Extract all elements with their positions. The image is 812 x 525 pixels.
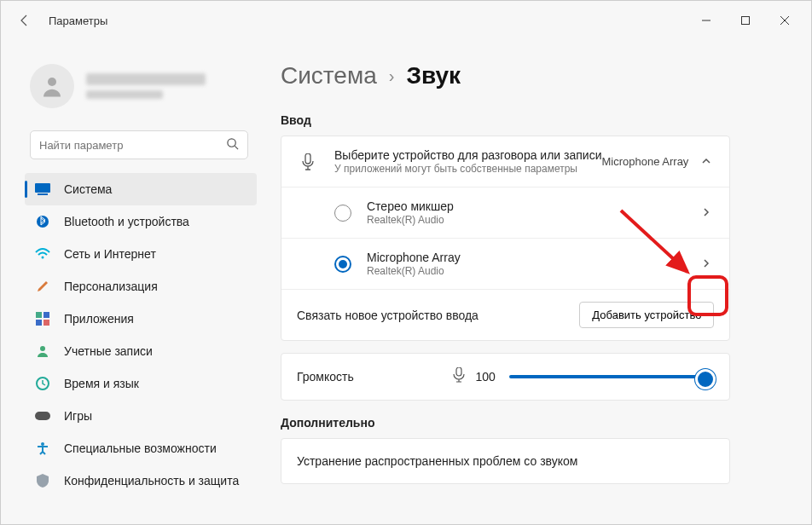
svg-rect-20	[456, 367, 461, 376]
user-account-block[interactable]	[1, 40, 264, 125]
search-input-wrapper[interactable]	[30, 130, 248, 159]
main-content: Система › Звук Ввод Выберите устройство …	[264, 40, 747, 496]
nav-label: Время и язык	[64, 377, 139, 390]
section-input-title: Ввод	[281, 113, 730, 127]
volume-row: Громкость 100	[281, 354, 729, 400]
choose-input-row[interactable]: Выберите устройство для разговора или за…	[281, 136, 729, 188]
troubleshoot-card[interactable]: Устранение распространенных проблем со з…	[281, 438, 730, 484]
nav-label: Система	[64, 182, 112, 196]
system-icon	[35, 182, 50, 197]
svg-rect-7	[35, 183, 50, 193]
svg-point-4	[48, 78, 56, 86]
svg-rect-11	[36, 312, 42, 318]
nav-personalization[interactable]: Персонализация	[1, 270, 264, 303]
microphone-icon[interactable]	[453, 367, 465, 386]
svg-rect-1	[742, 17, 750, 25]
apps-icon	[35, 311, 50, 326]
nav-label: Сеть и Интернет	[64, 247, 156, 261]
bluetooth-icon	[35, 214, 50, 229]
brush-icon	[35, 279, 50, 294]
wifi-icon	[35, 246, 50, 262]
accounts-icon	[35, 343, 50, 359]
input-volume-card: Громкость 100	[281, 353, 730, 401]
back-button[interactable]	[16, 12, 33, 29]
input-device-card: Выберите устройство для разговора или за…	[281, 136, 730, 341]
minimize-button[interactable]	[687, 7, 726, 34]
svg-point-18	[41, 442, 44, 446]
svg-point-5	[228, 138, 235, 146]
nav-label: Персонализация	[64, 280, 158, 293]
avatar	[30, 64, 74, 108]
user-email	[86, 90, 163, 99]
pair-new-device-row: Связать новое устройство ввода Добавить …	[281, 290, 729, 340]
section-advanced-title: Дополнительно	[281, 416, 730, 430]
radio-unselected[interactable]	[334, 205, 351, 222]
user-name	[86, 73, 206, 85]
nav-label: Игры	[64, 409, 92, 423]
nav-label: Конфиденциальность и защита	[64, 474, 239, 488]
volume-slider[interactable]	[509, 375, 714, 378]
search-icon	[226, 137, 239, 153]
device-name: Microphone Array	[367, 251, 461, 264]
choose-input-sub: У приложений могут быть собственные пара…	[334, 163, 601, 175]
svg-rect-17	[35, 412, 50, 420]
chevron-right-icon[interactable]	[699, 206, 714, 220]
nav-system[interactable]: Система	[25, 173, 257, 205]
nav-bluetooth[interactable]: Bluetooth и устройства	[1, 205, 264, 238]
clock-icon	[35, 376, 50, 391]
device-vendor: Realtek(R) Audio	[367, 214, 454, 226]
device-vendor: Realtek(R) Audio	[367, 265, 461, 277]
close-button[interactable]	[765, 7, 804, 34]
selected-input-label: Microphone Array	[601, 155, 688, 168]
svg-rect-13	[36, 320, 42, 326]
gaming-icon	[35, 408, 50, 424]
breadcrumb-current: Звук	[406, 62, 461, 89]
microphone-icon	[297, 153, 319, 170]
nav-label: Приложения	[64, 312, 134, 326]
search-input[interactable]	[39, 139, 226, 152]
sidebar: Система Bluetooth и устройства Сеть и Ин…	[1, 40, 264, 524]
pair-label: Связать новое устройство ввода	[297, 309, 478, 322]
nav-network[interactable]: Сеть и Интернет	[1, 238, 264, 270]
nav-list: Система Bluetooth и устройства Сеть и Ин…	[1, 173, 264, 524]
window-title: Параметры	[49, 14, 107, 27]
nav-label: Bluetooth и устройства	[64, 215, 189, 228]
nav-label: Специальные возможности	[64, 441, 217, 455]
svg-point-15	[40, 346, 45, 351]
radio-selected[interactable]	[334, 256, 351, 273]
chevron-up-icon[interactable]	[699, 155, 714, 169]
choose-input-title: Выберите устройство для разговора или за…	[334, 148, 601, 162]
svg-rect-14	[44, 320, 49, 326]
device-name: Стерео микшер	[367, 199, 454, 213]
svg-point-10	[42, 257, 44, 259]
input-device-stereo-mixer[interactable]: Стерео микшер Realtek(R) Audio	[281, 188, 729, 239]
nav-privacy[interactable]: Конфиденциальность и защита	[1, 464, 264, 497]
shield-icon	[35, 473, 50, 488]
nav-gaming[interactable]: Игры	[1, 400, 264, 432]
svg-rect-12	[44, 312, 49, 318]
add-device-button[interactable]: Добавить устройство	[579, 302, 714, 328]
nav-accessibility[interactable]: Специальные возможности	[1, 432, 264, 464]
nav-accounts[interactable]: Учетные записи	[1, 335, 264, 367]
chevron-right-icon[interactable]	[699, 257, 714, 271]
nav-apps[interactable]: Приложения	[1, 303, 264, 335]
troubleshoot-label: Устранение распространенных проблем со з…	[281, 439, 729, 483]
accessibility-icon	[35, 441, 50, 456]
chevron-right-icon: ›	[389, 66, 395, 86]
maximize-button[interactable]	[726, 7, 765, 34]
volume-label: Громкость	[297, 370, 354, 384]
breadcrumb-parent[interactable]: Система	[281, 62, 377, 89]
nav-time-language[interactable]: Время и язык	[1, 367, 264, 400]
svg-rect-19	[305, 153, 310, 164]
input-device-microphone-array[interactable]: Microphone Array Realtek(R) Audio	[281, 239, 729, 290]
breadcrumb: Система › Звук	[281, 62, 730, 89]
volume-value: 100	[475, 370, 499, 384]
svg-line-6	[235, 146, 238, 149]
svg-rect-8	[38, 193, 48, 195]
nav-label: Учетные записи	[64, 344, 153, 358]
